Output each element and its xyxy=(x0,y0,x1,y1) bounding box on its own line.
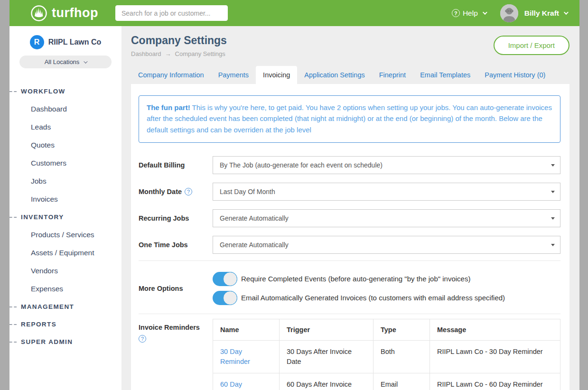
reminder-link-30-day[interactable]: 30 Day Reminder xyxy=(220,348,250,365)
import-export-button[interactable]: Import / Export xyxy=(494,36,569,55)
sidebar: R RIIPL Lawn Co All Locations WORKFLOW D… xyxy=(9,26,121,390)
sidebar-section-workflow[interactable]: WORKFLOW xyxy=(9,83,121,100)
breadcrumb-dashboard[interactable]: Dashboard xyxy=(131,50,161,57)
info-callout-lead: The fun part! xyxy=(147,103,190,111)
section-divider xyxy=(139,260,560,261)
col-header-type: Type xyxy=(373,319,430,340)
user-name: Billy Kraft xyxy=(524,9,559,18)
help-circle-icon[interactable]: ? xyxy=(185,188,192,195)
tab-invoicing[interactable]: Invoicing xyxy=(256,66,297,84)
reminder-link-60-day[interactable]: 60 Day Reminder xyxy=(220,381,250,390)
tab-email-templates[interactable]: Email Templates xyxy=(413,66,477,84)
section-dash-icon xyxy=(9,324,17,325)
sidebar-item-vendors[interactable]: Vendors xyxy=(9,262,121,280)
email-generated-invoices-label: Email Automatically Generated Invoices (… xyxy=(241,294,505,302)
toggle-knob xyxy=(223,272,237,286)
cell-type: Email xyxy=(373,373,430,390)
sidebar-item-customers[interactable]: Customers xyxy=(9,154,121,172)
default-billing-label: Default Billing xyxy=(139,161,213,169)
table-row: 60 Day Reminder 60 Days After Invoice Da… xyxy=(213,373,560,390)
top-navbar: turfhop ? Help xyxy=(9,0,579,26)
sidebar-item-leads[interactable]: Leads xyxy=(9,118,121,136)
cell-message: RIIPL Lawn Co - 60 Day Reminder xyxy=(430,373,560,390)
sidebar-item-jobs[interactable]: Jobs xyxy=(9,172,121,190)
cell-trigger: 60 Days After Invoice Date xyxy=(280,373,373,390)
company-badge: R xyxy=(30,35,44,49)
sidebar-item-products-services[interactable]: Products / Services xyxy=(9,226,121,244)
turfhop-logo[interactable]: turfhop xyxy=(30,5,98,22)
one-time-jobs-label: One Time Jobs xyxy=(139,241,213,249)
cell-type: Both xyxy=(373,340,430,373)
info-callout-text: This is why you're here, to get paid. Yo… xyxy=(147,103,552,134)
tab-fineprint[interactable]: Fineprint xyxy=(372,66,413,84)
caret-down-icon xyxy=(551,164,555,167)
one-time-jobs-select[interactable]: Generate Automatically xyxy=(213,236,560,254)
sidebar-section-super-admin[interactable]: SUPER ADMIN xyxy=(9,333,121,351)
chevron-down-icon xyxy=(564,10,569,15)
sidebar-item-quotes[interactable]: Quotes xyxy=(9,136,121,154)
table-row: 30 Day Reminder 30 Days After Invoice Da… xyxy=(213,340,560,373)
app-window: turfhop ? Help xyxy=(0,0,588,390)
settings-tabs: Company Information Payments Invoicing A… xyxy=(131,66,569,84)
sidebar-item-assets-equipment[interactable]: Assets / Equipment xyxy=(9,244,121,262)
section-dash-icon xyxy=(9,91,17,92)
monthly-date-select[interactable]: Last Day Of Month xyxy=(213,183,560,201)
user-menu[interactable]: Billy Kraft xyxy=(524,9,567,18)
sidebar-section-reports[interactable]: REPORTS xyxy=(9,316,121,333)
tab-payments[interactable]: Payments xyxy=(211,66,256,84)
default-billing-select[interactable]: By The Job (auto-generate for each event… xyxy=(213,156,560,174)
sidebar-item-expenses[interactable]: Expenses xyxy=(9,280,121,298)
scrollbar[interactable] xyxy=(579,0,588,390)
help-label: Help xyxy=(463,9,478,18)
recurring-jobs-label: Recurring Jobs xyxy=(139,214,213,222)
col-header-trigger: Trigger xyxy=(280,319,373,340)
search-input[interactable] xyxy=(115,5,228,21)
toggle-knob xyxy=(223,291,237,305)
help-circle-icon: ? xyxy=(452,9,460,17)
sidebar-menu: WORKFLOW Dashboard Leads Quotes Customer… xyxy=(9,83,121,351)
section-divider xyxy=(139,314,560,314)
recurring-jobs-select[interactable]: Generate Automatically xyxy=(213,209,560,227)
company-brand: R RIIPL Lawn Co xyxy=(9,35,121,49)
brand-name: turfhop xyxy=(52,6,98,20)
cell-trigger: 30 Days After Invoice Date xyxy=(280,340,373,373)
breadcrumb-arrow-icon: → xyxy=(165,50,171,57)
info-callout: The fun part! This is why you're here, t… xyxy=(139,95,560,143)
col-header-message: Message xyxy=(430,319,560,340)
invoicing-panel: The fun part! This is why you're here, t… xyxy=(131,84,569,390)
main-content: Company Settings Dashboard → Company Set… xyxy=(121,26,579,390)
section-dash-icon xyxy=(9,342,17,343)
section-dash-icon xyxy=(9,306,17,307)
invoice-reminders-table: Name Trigger Type Message 30 Day Reminde… xyxy=(213,319,560,390)
left-edge-strip xyxy=(0,0,9,390)
chevron-down-icon xyxy=(84,59,88,63)
email-generated-invoices-toggle[interactable] xyxy=(213,291,237,305)
col-header-name: Name xyxy=(213,319,280,340)
require-completed-events-label: Require Completed Events (before auto-ge… xyxy=(241,275,470,283)
monthly-date-label: Monthly Date ? xyxy=(139,188,213,195)
more-options-label: More Options xyxy=(139,272,213,305)
help-menu[interactable]: ? Help xyxy=(452,9,486,18)
user-avatar[interactable] xyxy=(500,4,518,22)
sidebar-item-dashboard[interactable]: Dashboard xyxy=(9,100,121,118)
tab-application-settings[interactable]: Application Settings xyxy=(297,66,372,84)
locations-selector[interactable]: All Locations xyxy=(19,56,112,68)
section-dash-icon xyxy=(9,217,17,218)
sidebar-section-inventory[interactable]: INVENTORY xyxy=(9,208,121,226)
table-header-row: Name Trigger Type Message xyxy=(213,319,560,340)
locations-label: All Locations xyxy=(45,58,80,65)
tab-company-information[interactable]: Company Information xyxy=(131,66,211,84)
cell-message: RIIPL Lawn Co - 30 Day Reminder xyxy=(430,340,560,373)
company-name: RIIPL Lawn Co xyxy=(48,38,102,46)
tab-payment-history[interactable]: Payment History (0) xyxy=(477,66,552,84)
breadcrumb-current: Company Settings xyxy=(175,50,225,57)
caret-down-icon xyxy=(551,244,555,246)
sidebar-section-management[interactable]: MANAGEMENT xyxy=(9,298,121,316)
caret-down-icon xyxy=(551,191,555,193)
require-completed-events-toggle[interactable] xyxy=(213,272,237,286)
sidebar-item-invoices[interactable]: Invoices xyxy=(9,190,121,208)
help-circle-icon[interactable]: ? xyxy=(139,335,146,343)
caret-down-icon xyxy=(551,217,555,220)
chevron-down-icon xyxy=(483,10,487,15)
grass-logo-icon xyxy=(30,5,47,22)
